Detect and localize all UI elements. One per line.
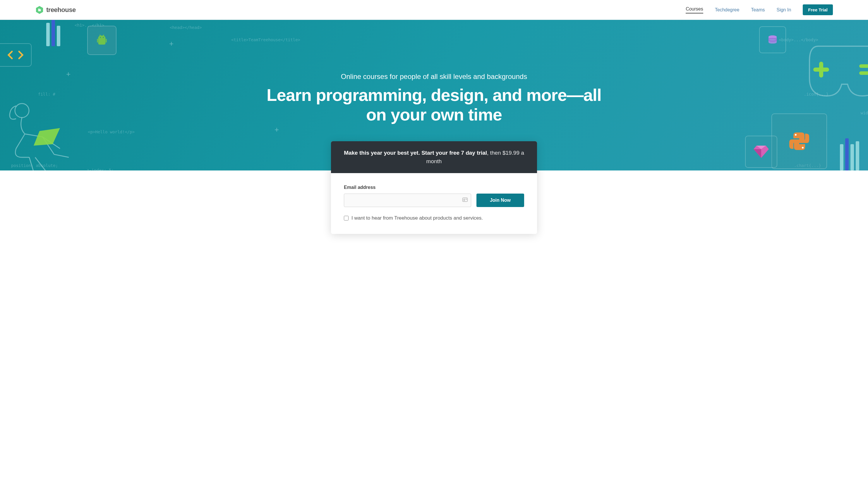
- main-header: treehouse Courses Techdegree Teams Sign …: [0, 0, 868, 20]
- database-icon: [759, 26, 786, 53]
- signup-card: Make this year your best yet. Start your…: [331, 141, 537, 234]
- svg-point-6: [802, 147, 804, 149]
- android-icon: [87, 26, 117, 55]
- treehouse-logo-icon: [35, 5, 44, 14]
- marketing-optin-checkbox[interactable]: [344, 216, 349, 220]
- nav-teams[interactable]: Teams: [751, 7, 765, 13]
- email-field[interactable]: [344, 194, 471, 207]
- signup-header: Make this year your best yet. Start your…: [331, 141, 537, 173]
- svg-marker-9: [753, 149, 761, 158]
- bars-decor-icon: [46, 20, 60, 46]
- marketing-optin-label[interactable]: I want to hear from Treehouse about prod…: [351, 215, 483, 221]
- hero-title: Learn programming, design, and more—all …: [259, 85, 609, 124]
- join-now-button[interactable]: Join Now: [476, 194, 524, 207]
- plus-decor-icon: +: [169, 39, 173, 48]
- primary-nav: Courses Techdegree Teams Sign In Free Tr…: [686, 4, 833, 15]
- signup-header-bold: Make this year your best yet. Start your…: [344, 150, 487, 156]
- plus-decor-icon: +: [274, 125, 279, 134]
- svg-rect-11: [859, 71, 868, 75]
- svg-rect-10: [859, 64, 868, 68]
- svg-point-12: [15, 104, 29, 117]
- python-icon: [771, 113, 827, 169]
- free-trial-button[interactable]: Free Trial: [803, 4, 833, 15]
- nav-techdegree[interactable]: Techdegree: [715, 7, 740, 13]
- bg-text-zindex: z-index: 5;: [87, 168, 114, 170]
- signup-body: Email address Join Now I want to hear fr…: [331, 173, 537, 234]
- logo[interactable]: treehouse: [35, 5, 76, 14]
- hero-subtitle: Online courses for people of all skill l…: [259, 72, 609, 81]
- bg-text-p: <p>Hello world!</p>: [88, 130, 135, 134]
- game-controller-icon: [807, 35, 868, 99]
- nav-sign-in[interactable]: Sign In: [777, 7, 791, 13]
- logo-text: treehouse: [46, 6, 76, 14]
- nav-courses[interactable]: Courses: [686, 6, 703, 14]
- bg-text-head: <head></head>: [170, 25, 202, 30]
- contact-card-icon: [462, 198, 468, 203]
- plus-decor-icon: +: [66, 70, 70, 79]
- bars-decor-icon: [840, 138, 859, 170]
- person-illustration-icon: [1, 96, 83, 170]
- svg-point-14: [463, 199, 465, 200]
- bg-text-wid: wid: [861, 110, 868, 115]
- ruby-gem-icon: [745, 136, 777, 168]
- code-brackets-icon: [0, 43, 32, 67]
- svg-point-1: [100, 37, 101, 38]
- svg-point-5: [795, 134, 797, 136]
- email-label: Email address: [344, 185, 524, 190]
- svg-point-2: [103, 37, 104, 38]
